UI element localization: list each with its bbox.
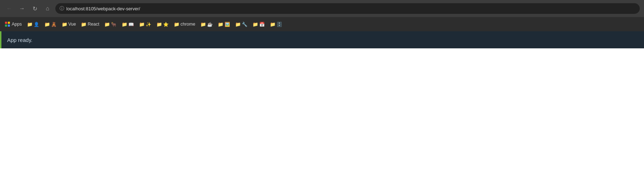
- bookmark-folder-sparkles[interactable]: 📁 ✨: [137, 21, 154, 28]
- bookmark-folder-vue[interactable]: 📁 Vue: [60, 21, 78, 28]
- folder-icon: 📁: [104, 22, 110, 27]
- apps-grid-icon: [5, 22, 10, 27]
- main-content: [0, 48, 644, 173]
- react-label: React: [88, 22, 99, 27]
- folder-emoji-tool: 🔧: [242, 22, 248, 27]
- folder-icon: 📁: [156, 22, 162, 27]
- bookmark-folder-react[interactable]: 📁 React: [79, 21, 101, 28]
- folder-emoji-bear: 🧸: [51, 22, 57, 27]
- folder-icon: 📁: [200, 22, 206, 27]
- bookmark-folder-book[interactable]: 📁 📖: [120, 21, 136, 28]
- folder-emoji-cow: 🐂: [111, 22, 117, 27]
- bookmark-folder-coffee[interactable]: 📁 ☕: [198, 21, 215, 28]
- chrome-label: chrome: [181, 22, 195, 27]
- bookmark-folder-tool[interactable]: 📁 🔧: [233, 21, 250, 28]
- bookmark-folder-database[interactable]: 📁 🗄️: [268, 21, 284, 28]
- folder-emoji-sparkles: ✨: [146, 22, 151, 27]
- app-status-text: App ready.: [7, 37, 32, 43]
- folder-emoji-coffee: ☕: [207, 22, 213, 27]
- folder-icon: 📁: [27, 22, 33, 27]
- folder-emoji-person: 👤: [34, 22, 39, 27]
- folder-emoji-star: ⭐: [163, 22, 169, 27]
- apps-label: Apps: [12, 22, 22, 27]
- folder-emoji-book: 📖: [128, 22, 134, 27]
- bookmark-folder-chrome[interactable]: 📁 chrome: [172, 21, 198, 28]
- folder-icon: 📁: [270, 22, 276, 27]
- bookmark-apps[interactable]: Apps: [3, 21, 24, 28]
- folder-icon: 📁: [218, 22, 223, 27]
- bookmark-folder-person[interactable]: 📁 👤: [25, 21, 41, 28]
- vue-label: Vue: [68, 22, 76, 27]
- bookmark-folder-bear[interactable]: 📁 🧸: [42, 21, 59, 28]
- bookmark-folder-image[interactable]: 📁 🖼️: [216, 21, 232, 28]
- folder-icon: 📁: [235, 22, 241, 27]
- folder-emoji-image: 🖼️: [224, 22, 230, 27]
- folder-icon: 📁: [62, 22, 67, 27]
- refresh-button[interactable]: ↻: [30, 4, 40, 14]
- forward-button[interactable]: →: [17, 4, 27, 14]
- address-bar[interactable]: ⓘ localhost:8105/webpack-dev-server/: [55, 3, 640, 14]
- bookmark-folder-calendar[interactable]: 📁 📅: [250, 21, 267, 28]
- app-status-bar: App ready.: [0, 31, 644, 48]
- bookmarks-bar: Apps 📁 👤 📁 🧸 📁 Vue 📁 React 📁 🐂: [0, 17, 644, 31]
- folder-icon: 📁: [252, 22, 258, 27]
- folder-icon: 📁: [44, 22, 50, 27]
- home-button[interactable]: ⌂: [43, 4, 52, 14]
- folder-emoji-calendar: 📅: [259, 22, 265, 27]
- back-button[interactable]: ←: [4, 4, 14, 14]
- info-icon: ⓘ: [60, 5, 64, 12]
- url-text: localhost:8105/webpack-dev-server/: [66, 6, 140, 11]
- folder-icon: 📁: [122, 22, 127, 27]
- folder-icon: 📁: [81, 22, 87, 27]
- folder-icon: 📁: [174, 22, 179, 27]
- address-bar-row: ← → ↻ ⌂ ⓘ localhost:8105/webpack-dev-ser…: [0, 0, 644, 17]
- folder-emoji-database: 🗄️: [277, 22, 282, 27]
- bookmark-folder-star[interactable]: 📁 ⭐: [154, 21, 171, 28]
- folder-icon: 📁: [139, 22, 145, 27]
- bookmark-folder-cow[interactable]: 📁 🐂: [102, 21, 119, 28]
